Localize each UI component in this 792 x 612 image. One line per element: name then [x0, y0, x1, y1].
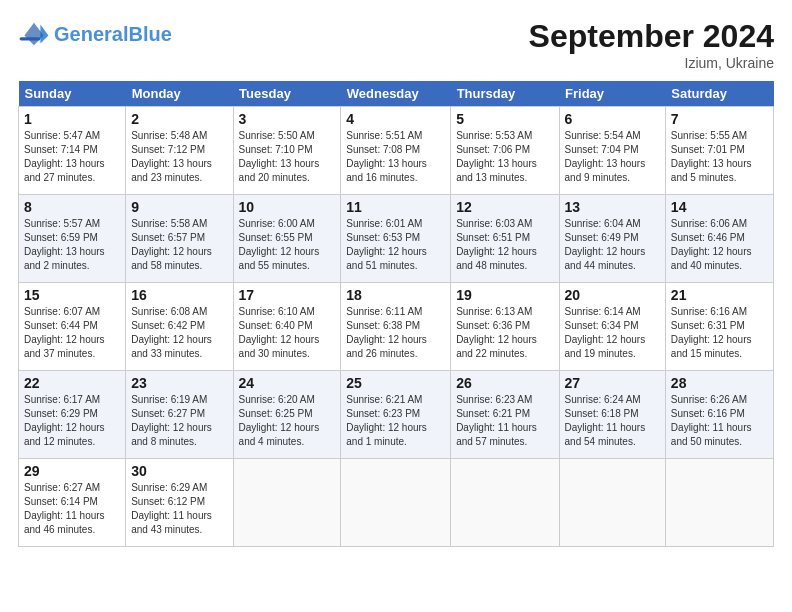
day-info: Sunrise: 5:50 AM Sunset: 7:10 PM Dayligh… [239, 129, 336, 185]
header: GeneralBlue September 2024 Izium, Ukrain… [18, 18, 774, 71]
day-number: 9 [131, 199, 227, 215]
table-row: 15Sunrise: 6:07 AM Sunset: 6:44 PM Dayli… [19, 283, 774, 371]
calendar-header-row: Sunday Monday Tuesday Wednesday Thursday… [19, 81, 774, 107]
day-number: 8 [24, 199, 120, 215]
col-tuesday: Tuesday [233, 81, 341, 107]
calendar-cell: 29Sunrise: 6:27 AM Sunset: 6:14 PM Dayli… [19, 459, 126, 547]
calendar-cell: 28Sunrise: 6:26 AM Sunset: 6:16 PM Dayli… [665, 371, 773, 459]
day-number: 16 [131, 287, 227, 303]
day-info: Sunrise: 6:11 AM Sunset: 6:38 PM Dayligh… [346, 305, 445, 361]
calendar-cell: 5Sunrise: 5:53 AM Sunset: 7:06 PM Daylig… [451, 107, 559, 195]
table-row: 8Sunrise: 5:57 AM Sunset: 6:59 PM Daylig… [19, 195, 774, 283]
day-number: 13 [565, 199, 660, 215]
day-info: Sunrise: 6:26 AM Sunset: 6:16 PM Dayligh… [671, 393, 768, 449]
day-info: Sunrise: 5:57 AM Sunset: 6:59 PM Dayligh… [24, 217, 120, 273]
day-number: 23 [131, 375, 227, 391]
day-info: Sunrise: 5:53 AM Sunset: 7:06 PM Dayligh… [456, 129, 553, 185]
day-info: Sunrise: 6:29 AM Sunset: 6:12 PM Dayligh… [131, 481, 227, 537]
day-number: 1 [24, 111, 120, 127]
title-block: September 2024 Izium, Ukraine [529, 18, 774, 71]
day-number: 10 [239, 199, 336, 215]
svg-rect-3 [20, 37, 41, 40]
day-number: 29 [24, 463, 120, 479]
calendar-cell: 2Sunrise: 5:48 AM Sunset: 7:12 PM Daylig… [126, 107, 233, 195]
day-info: Sunrise: 6:21 AM Sunset: 6:23 PM Dayligh… [346, 393, 445, 449]
day-number: 30 [131, 463, 227, 479]
day-number: 26 [456, 375, 553, 391]
calendar-cell: 8Sunrise: 5:57 AM Sunset: 6:59 PM Daylig… [19, 195, 126, 283]
day-number: 7 [671, 111, 768, 127]
logo-icon [18, 18, 50, 50]
calendar-cell: 18Sunrise: 6:11 AM Sunset: 6:38 PM Dayli… [341, 283, 451, 371]
day-number: 25 [346, 375, 445, 391]
calendar-cell: 27Sunrise: 6:24 AM Sunset: 6:18 PM Dayli… [559, 371, 665, 459]
day-info: Sunrise: 6:01 AM Sunset: 6:53 PM Dayligh… [346, 217, 445, 273]
day-info: Sunrise: 6:10 AM Sunset: 6:40 PM Dayligh… [239, 305, 336, 361]
day-info: Sunrise: 5:47 AM Sunset: 7:14 PM Dayligh… [24, 129, 120, 185]
logo-blue: Blue [128, 23, 171, 45]
day-number: 20 [565, 287, 660, 303]
col-wednesday: Wednesday [341, 81, 451, 107]
day-number: 11 [346, 199, 445, 215]
calendar-cell: 7Sunrise: 5:55 AM Sunset: 7:01 PM Daylig… [665, 107, 773, 195]
location: Izium, Ukraine [529, 55, 774, 71]
calendar-cell: 14Sunrise: 6:06 AM Sunset: 6:46 PM Dayli… [665, 195, 773, 283]
calendar-cell: 9Sunrise: 5:58 AM Sunset: 6:57 PM Daylig… [126, 195, 233, 283]
logo-general: General [54, 23, 128, 45]
day-info: Sunrise: 5:55 AM Sunset: 7:01 PM Dayligh… [671, 129, 768, 185]
day-number: 12 [456, 199, 553, 215]
calendar-cell [341, 459, 451, 547]
day-info: Sunrise: 5:58 AM Sunset: 6:57 PM Dayligh… [131, 217, 227, 273]
calendar-cell: 13Sunrise: 6:04 AM Sunset: 6:49 PM Dayli… [559, 195, 665, 283]
day-number: 27 [565, 375, 660, 391]
day-number: 28 [671, 375, 768, 391]
day-info: Sunrise: 5:51 AM Sunset: 7:08 PM Dayligh… [346, 129, 445, 185]
day-info: Sunrise: 6:19 AM Sunset: 6:27 PM Dayligh… [131, 393, 227, 449]
calendar-cell: 12Sunrise: 6:03 AM Sunset: 6:51 PM Dayli… [451, 195, 559, 283]
col-thursday: Thursday [451, 81, 559, 107]
day-info: Sunrise: 6:23 AM Sunset: 6:21 PM Dayligh… [456, 393, 553, 449]
calendar-cell: 3Sunrise: 5:50 AM Sunset: 7:10 PM Daylig… [233, 107, 341, 195]
day-info: Sunrise: 6:00 AM Sunset: 6:55 PM Dayligh… [239, 217, 336, 273]
day-number: 14 [671, 199, 768, 215]
day-number: 21 [671, 287, 768, 303]
col-monday: Monday [126, 81, 233, 107]
logo: GeneralBlue [18, 18, 172, 50]
calendar-cell: 10Sunrise: 6:00 AM Sunset: 6:55 PM Dayli… [233, 195, 341, 283]
day-info: Sunrise: 6:20 AM Sunset: 6:25 PM Dayligh… [239, 393, 336, 449]
day-info: Sunrise: 6:16 AM Sunset: 6:31 PM Dayligh… [671, 305, 768, 361]
calendar-cell: 19Sunrise: 6:13 AM Sunset: 6:36 PM Dayli… [451, 283, 559, 371]
calendar-cell: 6Sunrise: 5:54 AM Sunset: 7:04 PM Daylig… [559, 107, 665, 195]
day-number: 15 [24, 287, 120, 303]
calendar-page: GeneralBlue September 2024 Izium, Ukrain… [0, 0, 792, 612]
day-info: Sunrise: 5:48 AM Sunset: 7:12 PM Dayligh… [131, 129, 227, 185]
calendar-cell: 26Sunrise: 6:23 AM Sunset: 6:21 PM Dayli… [451, 371, 559, 459]
day-number: 6 [565, 111, 660, 127]
calendar-cell: 30Sunrise: 6:29 AM Sunset: 6:12 PM Dayli… [126, 459, 233, 547]
day-info: Sunrise: 6:03 AM Sunset: 6:51 PM Dayligh… [456, 217, 553, 273]
day-info: Sunrise: 5:54 AM Sunset: 7:04 PM Dayligh… [565, 129, 660, 185]
day-info: Sunrise: 6:24 AM Sunset: 6:18 PM Dayligh… [565, 393, 660, 449]
day-number: 18 [346, 287, 445, 303]
table-row: 22Sunrise: 6:17 AM Sunset: 6:29 PM Dayli… [19, 371, 774, 459]
calendar-cell: 1Sunrise: 5:47 AM Sunset: 7:14 PM Daylig… [19, 107, 126, 195]
table-row: 29Sunrise: 6:27 AM Sunset: 6:14 PM Dayli… [19, 459, 774, 547]
calendar-cell [233, 459, 341, 547]
col-friday: Friday [559, 81, 665, 107]
table-row: 1Sunrise: 5:47 AM Sunset: 7:14 PM Daylig… [19, 107, 774, 195]
day-number: 5 [456, 111, 553, 127]
col-saturday: Saturday [665, 81, 773, 107]
day-number: 3 [239, 111, 336, 127]
calendar-table: Sunday Monday Tuesday Wednesday Thursday… [18, 81, 774, 547]
calendar-cell: 16Sunrise: 6:08 AM Sunset: 6:42 PM Dayli… [126, 283, 233, 371]
day-number: 17 [239, 287, 336, 303]
day-info: Sunrise: 6:14 AM Sunset: 6:34 PM Dayligh… [565, 305, 660, 361]
calendar-cell [665, 459, 773, 547]
day-number: 2 [131, 111, 227, 127]
calendar-cell: 23Sunrise: 6:19 AM Sunset: 6:27 PM Dayli… [126, 371, 233, 459]
day-info: Sunrise: 6:17 AM Sunset: 6:29 PM Dayligh… [24, 393, 120, 449]
logo-text: GeneralBlue [54, 23, 172, 45]
calendar-cell: 20Sunrise: 6:14 AM Sunset: 6:34 PM Dayli… [559, 283, 665, 371]
calendar-cell: 11Sunrise: 6:01 AM Sunset: 6:53 PM Dayli… [341, 195, 451, 283]
day-info: Sunrise: 6:07 AM Sunset: 6:44 PM Dayligh… [24, 305, 120, 361]
